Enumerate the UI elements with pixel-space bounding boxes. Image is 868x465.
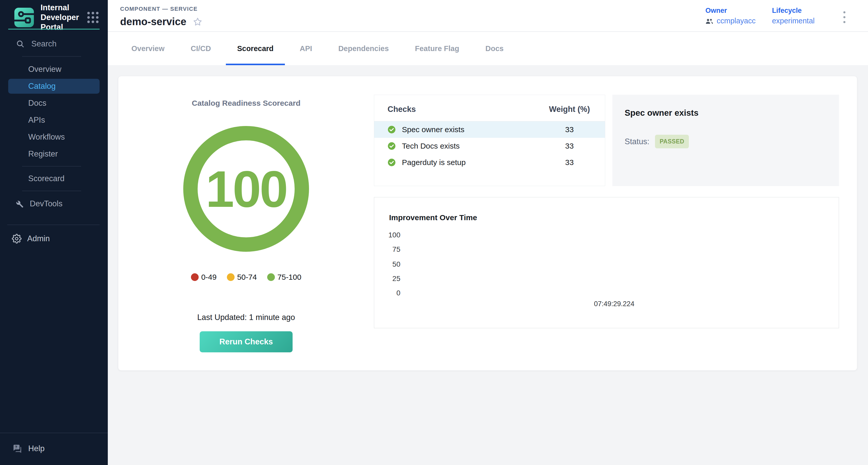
lifecycle-block: Lifecycle experimental xyxy=(772,7,815,25)
gauge-column: Catalog Readiness Scorecard 100 0-49 50-… xyxy=(118,76,374,370)
entity-header: COMPONENT — SERVICE demo-service Owner xyxy=(108,0,868,32)
app-logo: Internal Developer Portal xyxy=(0,0,108,27)
tab-overview[interactable]: Overview xyxy=(120,32,176,65)
app-logo-icon xyxy=(14,8,34,27)
tab-scorecard[interactable]: Scorecard xyxy=(226,32,285,65)
entity-tabs: Overview CI/CD Scorecard API Dependencie… xyxy=(108,32,868,65)
tab-docs[interactable]: Docs xyxy=(474,32,515,65)
wrench-icon xyxy=(14,199,24,208)
page-title: demo-service xyxy=(120,16,186,27)
divider xyxy=(22,166,81,166)
tab-api[interactable]: API xyxy=(288,32,323,65)
y-tick-25: 25 xyxy=(374,275,400,283)
scorecard-title: Catalog Readiness Scorecard xyxy=(192,99,301,107)
check-passed-icon xyxy=(388,125,396,134)
owner-block: Owner ccmplayacc xyxy=(705,7,755,25)
group-icon xyxy=(705,17,713,25)
weight-header-label: Weight (%) xyxy=(547,105,593,114)
chart-title: Improvement Over Time xyxy=(389,213,477,222)
divider xyxy=(22,56,81,57)
check-row-pagerduty[interactable]: Pagerduty is setup 33 xyxy=(374,154,605,170)
check-passed-icon xyxy=(388,142,396,150)
app-title: Internal Developer Portal xyxy=(40,3,87,32)
checks-header-label: Checks xyxy=(388,105,416,114)
y-tick-75: 75 xyxy=(374,245,400,253)
owner-value[interactable]: ccmplayacc xyxy=(705,17,755,25)
sidebar: Internal Developer Portal Search Overvie… xyxy=(0,0,108,465)
checks-table-header: Checks Weight (%) xyxy=(374,95,605,121)
legend-item-high: 75-100 xyxy=(267,273,301,281)
tab-cicd[interactable]: CI/CD xyxy=(179,32,222,65)
search-icon xyxy=(16,39,25,48)
owner-label: Owner xyxy=(705,7,755,14)
legend-dot-red xyxy=(191,273,199,281)
svg-text:?: ? xyxy=(15,445,17,449)
sidebar-item-register[interactable]: Register xyxy=(0,146,108,162)
sidebar-item-apis[interactable]: APIs xyxy=(0,112,108,129)
sidebar-help[interactable]: ? Help xyxy=(0,433,108,465)
score-value: 100 xyxy=(206,160,287,218)
sidebar-item-catalog[interactable]: Catalog xyxy=(8,79,100,94)
sidebar-item-devtools-label: DevTools xyxy=(30,199,63,208)
legend-item-mid: 50-74 xyxy=(227,273,257,281)
y-tick-50: 50 xyxy=(374,260,400,269)
gear-icon xyxy=(12,234,22,244)
x-tick-timestamp: 07:49:29.224 xyxy=(382,300,846,308)
lifecycle-value: experimental xyxy=(772,17,815,25)
legend-item-low: 0-49 xyxy=(191,273,217,281)
tab-dependencies[interactable]: Dependencies xyxy=(327,32,400,65)
y-tick-0: 0 xyxy=(374,289,400,297)
more-options-icon[interactable] xyxy=(841,9,847,25)
scorecard-content: Catalog Readiness Scorecard 100 0-49 50-… xyxy=(108,65,868,465)
divider xyxy=(7,224,100,225)
lifecycle-label: Lifecycle xyxy=(772,7,815,14)
scorecard-card: Catalog Readiness Scorecard 100 0-49 50-… xyxy=(118,76,857,371)
sidebar-item-devtools[interactable]: DevTools xyxy=(0,195,108,213)
favorite-star-icon[interactable] xyxy=(192,17,203,27)
sidebar-item-docs[interactable]: Docs xyxy=(0,95,108,112)
status-badge: PASSED xyxy=(655,135,689,148)
legend-dot-green xyxy=(267,273,275,281)
check-passed-icon xyxy=(388,158,396,166)
score-legend: 0-49 50-74 75-100 xyxy=(191,273,301,281)
check-row-spec-owner[interactable]: Spec owner exists 33 xyxy=(374,121,605,138)
sidebar-item-overview[interactable]: Overview xyxy=(0,61,108,78)
apps-grid-icon[interactable] xyxy=(87,12,98,23)
check-detail-panel: Spec owner exists Status: PASSED xyxy=(612,95,839,186)
sidebar-item-admin[interactable]: Admin xyxy=(0,234,108,244)
status-label: Status: xyxy=(625,137,650,146)
sidebar-help-label: Help xyxy=(28,444,45,453)
sidebar-item-scorecard[interactable]: Scorecard xyxy=(0,170,108,187)
rerun-checks-button[interactable]: Rerun Checks xyxy=(200,331,292,352)
legend-dot-yellow xyxy=(227,273,235,281)
sidebar-search[interactable]: Search xyxy=(0,30,108,56)
check-detail-title: Spec owner exists xyxy=(625,108,827,118)
breadcrumb: COMPONENT — SERVICE xyxy=(120,6,203,12)
score-gauge: 100 xyxy=(183,126,309,252)
search-label: Search xyxy=(31,39,57,49)
checks-column: Checks Weight (%) Spec owner exists 33 xyxy=(374,95,839,370)
tab-feature-flag[interactable]: Feature Flag xyxy=(404,32,470,65)
improvement-chart: Improvement Over Time 100 75 50 25 0 07:… xyxy=(374,197,839,328)
divider xyxy=(22,191,81,191)
check-row-tech-docs[interactable]: Tech Docs exists 33 xyxy=(374,138,605,154)
checks-table: Checks Weight (%) Spec owner exists 33 xyxy=(374,95,605,186)
sidebar-item-workflows[interactable]: Workflows xyxy=(0,129,108,146)
sidebar-item-admin-label: Admin xyxy=(27,234,50,243)
help-chat-icon: ? xyxy=(12,443,22,454)
y-tick-100: 100 xyxy=(374,231,400,239)
last-updated-text: Last Updated: 1 minute ago xyxy=(197,313,295,322)
sidebar-nav: Overview Catalog Docs APIs Workflows Reg… xyxy=(0,61,108,213)
main-area: COMPONENT — SERVICE demo-service Owner xyxy=(108,0,868,465)
